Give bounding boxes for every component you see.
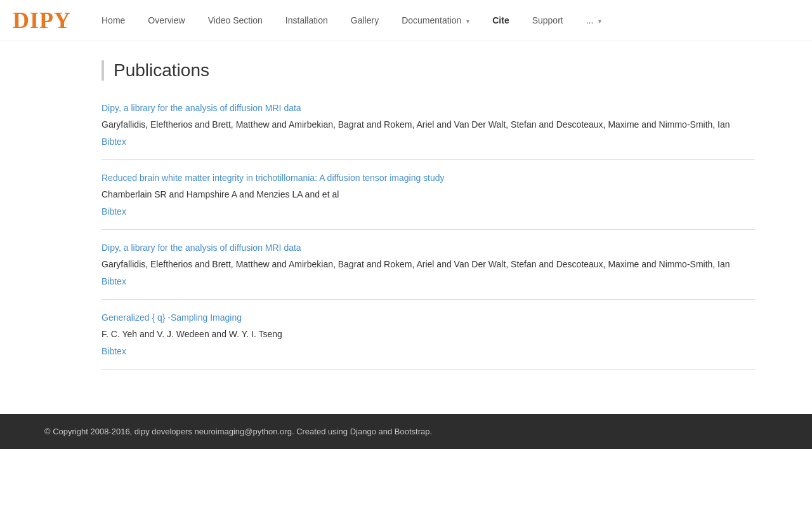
nav-item-support[interactable]: Support [521, 0, 575, 41]
nav-item-documentation[interactable]: Documentation ▾ [390, 0, 481, 41]
publication-title[interactable]: Dipy, a library for the analysis of diff… [102, 103, 755, 113]
bibtex-link[interactable]: Bibtex [102, 137, 126, 147]
nav-item-overview[interactable]: Overview [136, 0, 196, 41]
footer-text: © Copyright 2008-2016, dipy developers n… [44, 427, 432, 436]
nav-link-video-section[interactable]: Video Section [197, 0, 274, 41]
page-title: Publications [114, 60, 755, 81]
nav-link-support[interactable]: Support [521, 0, 575, 41]
publication-title[interactable]: Generalized { q} -Sampling Imaging [102, 312, 755, 323]
nav-item-more[interactable]: ... ▾ [575, 0, 613, 41]
chevron-down-icon: ▾ [466, 18, 469, 25]
publication-authors: Chamberlain SR and Hampshire A and Menzi… [102, 188, 755, 201]
nav-link-home[interactable]: Home [90, 0, 136, 41]
nav-link-documentation[interactable]: Documentation ▾ [390, 0, 481, 41]
footer: © Copyright 2008-2016, dipy developers n… [0, 414, 812, 449]
nav-link-installation[interactable]: Installation [274, 0, 339, 41]
bibtex-link[interactable]: Bibtex [102, 276, 126, 286]
nav-link-overview[interactable]: Overview [136, 0, 196, 41]
footer-inner: © Copyright 2008-2016, dipy developers n… [44, 427, 768, 436]
list-item: Reduced brain white matter integrity in … [102, 160, 755, 230]
page-title-section: Publications [102, 60, 755, 81]
publication-authors: F. C. Yeh and V. J. Wedeen and W. Y. I. … [102, 328, 755, 341]
nav-item-gallery[interactable]: Gallery [339, 0, 390, 41]
nav-link-gallery[interactable]: Gallery [339, 0, 390, 41]
nav-label-documentation: Documentation [402, 15, 461, 25]
publication-authors: Garyfallidis, Eleftherios and Brett, Mat… [102, 118, 755, 131]
chevron-down-icon-more: ▾ [598, 18, 601, 25]
nav-item-video-section[interactable]: Video Section [197, 0, 274, 41]
list-item: Dipy, a library for the analysis of diff… [102, 100, 755, 160]
bibtex-link[interactable]: Bibtex [102, 206, 126, 217]
list-item: Dipy, a library for the analysis of diff… [102, 230, 755, 300]
nav-item-installation[interactable]: Installation [274, 0, 339, 41]
navbar: DIPY Home Overview Video Section Install… [0, 0, 812, 41]
brand[interactable]: DIPY [13, 7, 71, 34]
publication-title[interactable]: Reduced brain white matter integrity in … [102, 173, 755, 183]
nav-link-more[interactable]: ... ▾ [575, 0, 613, 41]
publication-authors: Garyfallidis, Eleftherios and Brett, Mat… [102, 258, 755, 271]
nav-link-cite[interactable]: Cite [481, 0, 520, 41]
bibtex-link[interactable]: Bibtex [102, 346, 126, 356]
nav-item-home[interactable]: Home [90, 0, 136, 41]
publications-list: Dipy, a library for the analysis of diff… [102, 100, 755, 370]
content-area: Publications Dipy, a library for the ana… [102, 60, 755, 370]
main-wrapper: Publications Dipy, a library for the ana… [44, 41, 768, 389]
brand-text[interactable]: DIPY [13, 8, 71, 33]
nav-label-more: ... [586, 15, 594, 25]
nav-item-cite[interactable]: Cite [481, 0, 520, 41]
list-item: Generalized { q} -Sampling Imaging F. C.… [102, 300, 755, 370]
publication-title[interactable]: Dipy, a library for the analysis of diff… [102, 243, 755, 253]
nav-menu: Home Overview Video Section Installation… [90, 0, 613, 41]
